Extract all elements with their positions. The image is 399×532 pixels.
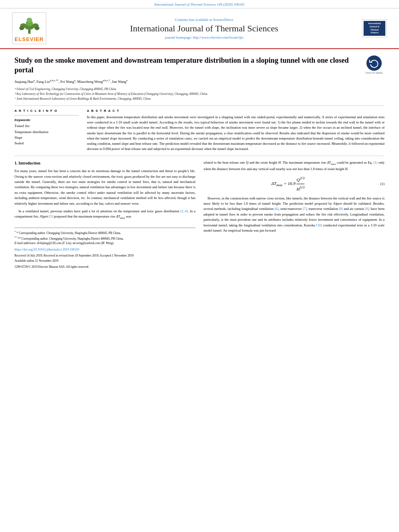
- received-line: Received 14 July 2019; Received in revis…: [14, 253, 195, 264]
- journal-center-info: Contents lists available at ScienceDirec…: [46, 18, 362, 39]
- elsevier-wordmark: ELSEVIER: [14, 36, 44, 42]
- journal-header: ELSEVIER Contents lists available at Sci…: [0, 8, 399, 49]
- right-para-1: related to the heat release rate Q and t…: [204, 160, 385, 172]
- science-direct-link[interactable]: ScienceDirect: [213, 18, 233, 22]
- keyword-3: Slope: [14, 135, 79, 140]
- journal-citation: International Journal of Thermal Science…: [154, 2, 245, 6]
- abstract-text: In this paper, downstream temperature di…: [87, 115, 385, 152]
- abstract-heading: A B S T R A C T: [87, 109, 385, 113]
- math-formula: ΔTmax = 16.9 Q2/3 H5/3 (1): [204, 175, 385, 193]
- check-updates-box: Check for updates: [364, 55, 385, 74]
- journal-logo-box: InternationalJournal ofThermalSciences: [362, 19, 387, 37]
- intro-para-1: For many years, tunnel fire has been a c…: [14, 168, 195, 206]
- formula-text: ΔTmax = 16.9 Q2/3 H5/3: [271, 181, 304, 186]
- top-bar: International Journal of Thermal Science…: [0, 0, 399, 8]
- elsevier-tree-icon: [15, 14, 43, 35]
- footnote-corresponding2: ** ** Corresponding author. Chongqing Un…: [14, 236, 195, 241]
- ref-5[interactable]: [5]: [49, 214, 53, 218]
- homepage-url[interactable]: http://www.elsevier.com/locate/ijts: [193, 35, 243, 39]
- formula-content: ΔTmax = 16.9 Q2/3 H5/3: [204, 175, 372, 193]
- doi-line[interactable]: https://doi.org/10.1016/j.ijthermalsci.2…: [14, 247, 195, 253]
- body-right-col: related to the heat release rate Q and t…: [204, 160, 385, 269]
- affiliation-c: ᶜ Joint International Research Laborator…: [14, 97, 385, 101]
- keyword-1: Tunnel fire: [14, 123, 79, 129]
- svg-point-6: [19, 26, 24, 30]
- article-info-abstract: A R T I C L E I N F O Keywords: Tunnel f…: [14, 109, 385, 152]
- affiliations: ᵃ School of Civil Engineering, Chongqing…: [14, 87, 385, 101]
- journal-logo-inner: InternationalJournal ofThermalSciences: [364, 21, 385, 36]
- ref-10[interactable]: [10]: [316, 223, 322, 227]
- article-info-heading: A R T I C L E I N F O: [14, 109, 79, 113]
- authors-line: Jiaqiang Hana, Fang Liua,b,c,**, Fei Wan…: [14, 78, 385, 85]
- ref-6[interactable]: [6]: [275, 207, 279, 211]
- section1-heading: 1. Introduction: [14, 160, 195, 166]
- formula-number: (1): [380, 181, 385, 187]
- body-left-col: 1. Introduction For many years, tunnel f…: [14, 160, 195, 269]
- keywords-label: Keywords:: [14, 118, 79, 122]
- header-divider: [14, 105, 385, 106]
- svg-point-7: [35, 26, 39, 30]
- right-para-2: However, in the constructions with narro…: [204, 196, 385, 234]
- body-divider: [14, 156, 385, 156]
- svg-point-3: [27, 18, 32, 23]
- ref-8[interactable]: [8]: [339, 207, 343, 211]
- homepage-line: journal homepage: http://www.elsevier.co…: [46, 35, 362, 39]
- check-updates-text: Check for updates: [364, 72, 385, 74]
- journal-title: International Journal of Thermal Science…: [46, 23, 362, 34]
- keyword-2: Temperature distribution: [14, 129, 79, 135]
- copyright-line: 1290-0729/© 2019 Elsevier Masson SAS. Al…: [14, 265, 195, 269]
- footnote-area: * * Corresponding author. Chongqing Univ…: [14, 228, 195, 269]
- affiliation-a: ᵃ School of Civil Engineering, Chongqing…: [14, 87, 385, 92]
- ref-7[interactable]: [7]: [303, 207, 307, 211]
- keyword-4: Sealed: [14, 140, 79, 146]
- paper-title: Study on the smoke movement and downstre…: [14, 55, 359, 75]
- ref-eq1[interactable]: (1): [373, 160, 377, 164]
- footnote-corresponding1: * * Corresponding author. Chongqing Univ…: [14, 230, 195, 236]
- svg-point-8: [29, 31, 30, 32]
- affiliation-b: ᵇ Key Laboratory of New Technology for C…: [14, 92, 385, 97]
- footnote-email: E-mail addresses: drliufang@126.com (F. …: [14, 241, 195, 246]
- abstract-col: A B S T R A C T In this paper, downstrea…: [87, 109, 385, 152]
- ref-1-4[interactable]: [1–4]: [181, 209, 188, 213]
- elsevier-logo: ELSEVIER: [12, 12, 46, 44]
- body-two-col: 1. Introduction For many years, tunnel f…: [14, 160, 385, 269]
- contents-line: Contents lists available at ScienceDirec…: [46, 18, 362, 22]
- check-updates-icon: [366, 55, 382, 71]
- paper-content: Study on the smoke movement and downstre…: [0, 49, 399, 277]
- ref-9[interactable]: [9]: [365, 207, 369, 211]
- paper-title-area: Study on the smoke movement and downstre…: [14, 55, 385, 75]
- article-info: A R T I C L E I N F O Keywords: Tunnel f…: [14, 109, 79, 152]
- intro-para-2: In a ventilated tunnel, previous studies…: [14, 209, 195, 220]
